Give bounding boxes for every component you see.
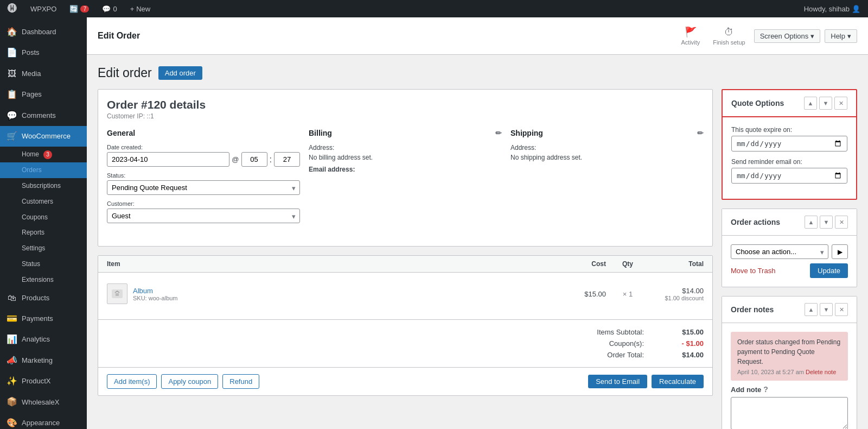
send-to-email-button[interactable]: Send to Email <box>588 375 647 388</box>
help-button[interactable]: Help ▾ <box>825 29 857 43</box>
expire-date-input-wrapper <box>731 136 847 152</box>
refund-button[interactable]: Refund <box>222 374 259 389</box>
sidebar: 🏠 Dashboard 📄 Posts 🖼 Media 📋 Pages 💬 Co… <box>0 17 87 429</box>
plus-icon: + <box>130 5 135 13</box>
sidebar-item-dashboard[interactable]: 🏠 Dashboard <box>0 22 87 42</box>
status-field: Status: Pending Quote Request ▾ <box>107 172 300 195</box>
order-total-value: $14.00 <box>666 351 704 359</box>
activity-button[interactable]: 🚩 Activity <box>676 24 704 48</box>
date-created-input[interactable] <box>107 152 229 167</box>
expire-label: This quote expire on: <box>731 126 847 134</box>
site-name[interactable]: WPXPO <box>27 0 60 17</box>
note-meta: April 10, 2023 at 5:27 am Delete note <box>737 369 841 375</box>
sidebar-item-appearance[interactable]: 🎨 Appearance <box>0 413 87 429</box>
add-order-button[interactable]: Add order <box>158 66 202 80</box>
order-notes-collapse-up[interactable]: ▲ <box>805 303 818 316</box>
sidebar-item-status[interactable]: Status <box>0 256 87 272</box>
item-qty: × 1 <box>606 290 649 298</box>
quote-options-toggles: ▲ ▼ ✕ <box>804 97 847 110</box>
page-header-title: Edit Order <box>98 31 140 41</box>
comments-sidebar-icon: 💬 <box>7 110 17 122</box>
order-actions-body: Choose an action... ▾ ▶ Move to Trash Up… <box>722 236 857 287</box>
sidebar-item-wholesalex[interactable]: 📦 WholesaleX <box>0 392 87 412</box>
new-item[interactable]: + New <box>127 0 154 17</box>
wp-logo[interactable]: 🅦 <box>4 0 21 17</box>
sidebar-item-coupons[interactable]: Coupons <box>0 210 87 225</box>
sidebar-item-comments[interactable]: 💬 Comments <box>0 105 87 126</box>
items-metabox: Item Cost Qty Total <box>98 255 713 396</box>
apply-coupon-button[interactable]: Apply coupon <box>161 374 218 389</box>
sidebar-item-extensions[interactable]: Extensions <box>0 272 87 288</box>
sidebar-label-analytics: Analytics <box>22 335 50 344</box>
date-created-field: Date created: @ : <box>107 144 300 167</box>
action-select-wrapper: Choose an action... ▾ <box>731 244 828 259</box>
products-icon: 🛍 <box>7 292 17 304</box>
sidebar-item-productx[interactable]: ✨ ProductX <box>0 371 87 392</box>
action-go-button[interactable]: ▶ <box>832 244 848 259</box>
payments-icon: 💳 <box>7 313 17 325</box>
sidebar-item-woocommerce[interactable]: 🛒 WooCommerce <box>0 126 87 147</box>
sidebar-item-orders[interactable]: Orders <box>0 162 87 178</box>
sidebar-item-customers[interactable]: Customers <box>0 194 87 210</box>
comments-item[interactable]: 💬 0 <box>99 0 120 17</box>
order-actions-collapse-down[interactable]: ▼ <box>820 216 833 229</box>
reminder-date-input-wrapper <box>731 168 847 184</box>
shipping-section: Shipping ✏ Address: No shipping address … <box>510 129 704 229</box>
sidebar-item-marketing[interactable]: 📣 Marketing <box>0 350 87 371</box>
billing-edit-icon[interactable]: ✏ <box>495 129 502 137</box>
coupons-row: Coupon(s): - $1.00 <box>107 338 704 349</box>
shipping-address-label: Address: <box>510 144 704 152</box>
add-items-button[interactable]: Add item(s) <box>107 374 157 389</box>
add-note-text: Add note <box>731 386 761 394</box>
sidebar-label-pages: Pages <box>22 90 42 99</box>
howdy-item[interactable]: Howdy, shihab 👤 <box>801 0 864 17</box>
woocommerce-icon: 🛒 <box>7 130 17 142</box>
order-footer: Add item(s) Apply coupon Refund Send to … <box>98 367 712 395</box>
coupons-value: - $1.00 <box>666 339 704 348</box>
status-select-wrapper: Pending Quote Request ▾ <box>107 180 300 195</box>
customer-select[interactable]: Guest <box>107 209 300 223</box>
sidebar-item-reports[interactable]: Reports <box>0 225 87 241</box>
quote-options-collapse-up[interactable]: ▲ <box>804 97 817 110</box>
item-name-link[interactable]: Album <box>133 287 153 295</box>
recalculate-button[interactable]: Recalculate <box>652 375 704 388</box>
sidebar-item-analytics[interactable]: 📊 Analytics <box>0 329 87 350</box>
sidebar-item-subscriptions[interactable]: Subscriptions <box>0 178 87 194</box>
finish-setup-button[interactable]: ⏱ Finish setup <box>709 24 749 48</box>
time-hour-input[interactable] <box>241 152 267 167</box>
quote-options-close[interactable]: ✕ <box>834 97 847 110</box>
sidebar-item-pages[interactable]: 📋 Pages <box>0 84 87 105</box>
reminder-date-input[interactable] <box>736 171 843 180</box>
sidebar-item-posts[interactable]: 📄 Posts <box>0 42 87 63</box>
order-actions-collapse-up[interactable]: ▲ <box>805 216 818 229</box>
order-details-metabox: Order #120 details Customer IP: ::1 Gene… <box>98 89 713 247</box>
time-min-input[interactable] <box>274 152 300 167</box>
add-note-textarea[interactable] <box>731 397 848 429</box>
shipping-title: Shipping <box>510 129 543 137</box>
status-select[interactable]: Pending Quote Request <box>107 180 300 195</box>
expire-date-input[interactable] <box>736 139 843 148</box>
screen-options-button[interactable]: Screen Options ▾ <box>754 29 821 43</box>
sidebar-item-payments[interactable]: 💳 Payments <box>0 308 87 329</box>
delete-note-link[interactable]: Delete note <box>806 369 836 375</box>
add-note-help-icon[interactable]: ? <box>763 385 768 394</box>
order-actions-title: Order actions <box>731 218 780 226</box>
order-main: Order #120 details Customer IP: ::1 Gene… <box>98 89 713 429</box>
move-to-trash-link[interactable]: Move to Trash <box>731 267 775 275</box>
action-select[interactable]: Choose an action... <box>731 244 828 259</box>
sidebar-item-media[interactable]: 🖼 Media <box>0 64 87 84</box>
order-notes-close[interactable]: ✕ <box>835 303 848 316</box>
updates-icon: 🔄 <box>69 5 78 13</box>
update-button[interactable]: Update <box>810 263 848 278</box>
comments-icon: 💬 <box>102 5 111 13</box>
quote-options-collapse-down[interactable]: ▼ <box>819 97 832 110</box>
shipping-edit-icon[interactable]: ✏ <box>697 129 704 137</box>
order-actions-close[interactable]: ✕ <box>835 216 848 229</box>
subtotal-value: $15.00 <box>666 328 704 336</box>
order-notes-collapse-down[interactable]: ▼ <box>820 303 833 316</box>
sidebar-item-home[interactable]: Home 3 <box>0 147 87 162</box>
svg-rect-1 <box>116 293 119 296</box>
updates-item[interactable]: 🔄 7 <box>66 0 92 17</box>
sidebar-item-products[interactable]: 🛍 Products <box>0 288 87 308</box>
sidebar-item-settings[interactable]: Settings <box>0 241 87 256</box>
